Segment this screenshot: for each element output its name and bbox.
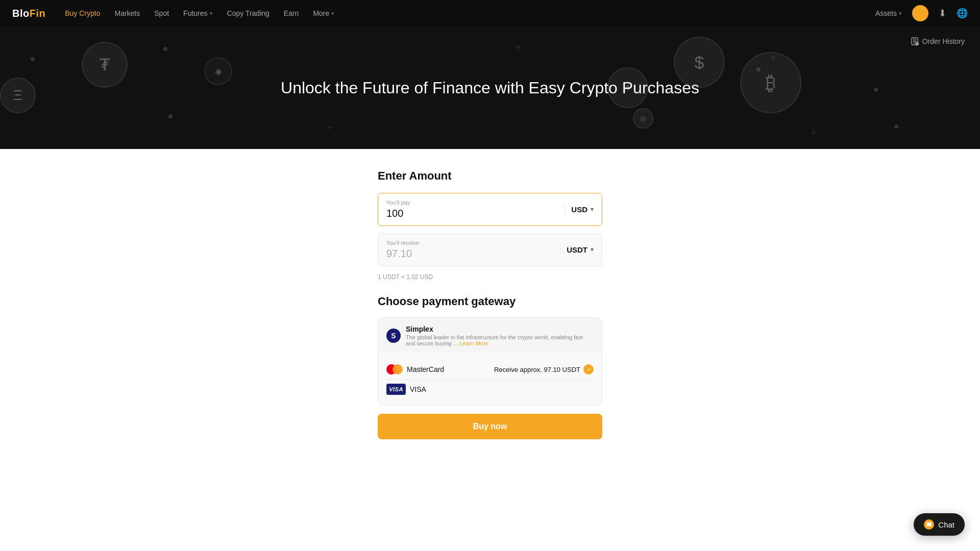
assets-dropdown[interactable]: Assets ▾	[875, 9, 902, 17]
simplex-info: Simplex The global leader in fiat infras…	[406, 325, 594, 346]
nav-markets[interactable]: Markets	[114, 9, 140, 17]
mastercard-row[interactable]: MasterCard Receive approx. 97.10 USDT ✓	[386, 360, 594, 379]
buy-now-button[interactable]: Buy now	[378, 414, 602, 439]
order-history-icon: ⟳	[910, 37, 919, 46]
chat-icon	[926, 522, 932, 528]
logo-suffix: Fin	[30, 8, 46, 19]
bg-dot	[874, 88, 878, 92]
pay-input-left: You'll pay	[386, 199, 565, 219]
crypto-icon-btc: ₿	[740, 52, 801, 113]
mastercard-icon	[386, 364, 403, 375]
mastercard-receive-text: Receive approx. 97.10 USDT	[494, 366, 580, 373]
learn-more-link[interactable]: Learn More	[459, 340, 488, 346]
visa-label: VISA	[410, 385, 426, 393]
chat-button[interactable]: Chat	[914, 513, 965, 536]
pay-currency-label: USD	[571, 205, 587, 214]
hero-section: + + + + ₮ Ξ ◈ ✦ $ ₿ ◎ Unlock the Future …	[0, 27, 980, 149]
receive-label: You'll receive	[386, 240, 560, 246]
payment-card: S Simplex The global leader in fiat infr…	[378, 317, 602, 406]
visa-method-left: VISA VISA	[386, 384, 426, 395]
payment-title: Choose payment gateway	[378, 295, 602, 308]
logo[interactable]: BloFin	[12, 8, 45, 19]
crypto-icon-small1: ◈	[204, 57, 232, 85]
nav-right: Assets ▾ ⬇ 🌐	[875, 5, 968, 21]
navbar: BloFin Buy Crypto Markets Spot Futures ▾…	[0, 0, 980, 27]
bg-dot	[168, 114, 173, 118]
mastercard-label: MasterCard	[407, 365, 444, 373]
logo-prefix: Blo	[12, 8, 30, 19]
order-history-link[interactable]: ⟳ Order History	[910, 37, 965, 46]
pay-label: You'll pay	[386, 199, 565, 206]
futures-chevron-icon: ▾	[210, 10, 213, 17]
nav-buy-crypto[interactable]: Buy Crypto	[65, 9, 100, 17]
nav-spot[interactable]: Spot	[154, 9, 169, 17]
main-content: Enter Amount You'll pay USD ▾ You'll rec…	[0, 149, 980, 551]
bg-cross: +	[770, 52, 776, 64]
chat-bubble-icon	[924, 519, 934, 530]
pay-amount-input[interactable]	[386, 208, 565, 219]
visa-row[interactable]: VISA VISA	[386, 379, 594, 399]
simplex-logo: S	[386, 329, 401, 343]
bg-cross: +	[516, 42, 522, 54]
bg-dot	[163, 47, 167, 51]
mc-right-circle	[393, 364, 403, 374]
nav-earn[interactable]: Earn	[284, 9, 299, 17]
receive-input-left: You'll receive	[386, 240, 560, 260]
download-icon[interactable]: ⬇	[939, 8, 946, 19]
mastercard-method-left: MasterCard	[386, 364, 444, 375]
more-chevron-icon: ▾	[331, 10, 334, 17]
pay-input-group: You'll pay USD ▾	[378, 193, 602, 226]
hero-title: Unlock the Future of Finance with Easy C…	[281, 79, 699, 97]
avatar[interactable]	[912, 5, 928, 21]
exchange-rate: 1 USDT = 1.02 USD	[378, 273, 602, 281]
bg-cross: +	[811, 127, 817, 139]
payment-methods: MasterCard Receive approx. 97.10 USDT ✓ …	[378, 354, 602, 405]
simplex-name: Simplex	[406, 325, 594, 333]
nav-futures[interactable]: Futures ▾	[183, 9, 212, 17]
receive-input-group: You'll receive USDT ▾	[378, 233, 602, 266]
crypto-icon-eth: Ξ	[0, 78, 36, 113]
pay-currency-chevron: ▾	[591, 206, 594, 213]
assets-chevron-icon: ▾	[899, 10, 902, 17]
crypto-icon-tether: ₮	[82, 42, 128, 88]
bg-dot	[756, 67, 761, 71]
globe-icon[interactable]: 🌐	[957, 8, 968, 19]
mastercard-selected-icon: ✓	[583, 364, 594, 374]
simplex-header: S Simplex The global leader in fiat infr…	[378, 318, 602, 354]
nav-more[interactable]: More ▾	[313, 9, 334, 17]
bg-dot	[31, 57, 35, 61]
chat-label: Chat	[938, 520, 954, 529]
enter-amount-title: Enter Amount	[378, 169, 602, 183]
nav-copy-trading[interactable]: Copy Trading	[227, 9, 270, 17]
simplex-desc: The global leader in fiat infrastructure…	[406, 334, 594, 346]
bg-dot	[894, 124, 898, 129]
crypto-icon-tiny: ◎	[633, 108, 653, 129]
receive-currency-chevron: ▾	[591, 246, 594, 253]
pay-currency-selector[interactable]: USD ▾	[565, 205, 594, 214]
receive-currency-label: USDT	[567, 245, 587, 254]
visa-icon: VISA	[386, 384, 406, 395]
bg-cross: +	[327, 122, 333, 134]
mastercard-method-right: Receive approx. 97.10 USDT ✓	[494, 364, 594, 374]
receive-currency-selector[interactable]: USDT ▾	[560, 245, 594, 254]
form-container: Enter Amount You'll pay USD ▾ You'll rec…	[378, 169, 602, 439]
receive-amount-input[interactable]	[386, 248, 560, 260]
